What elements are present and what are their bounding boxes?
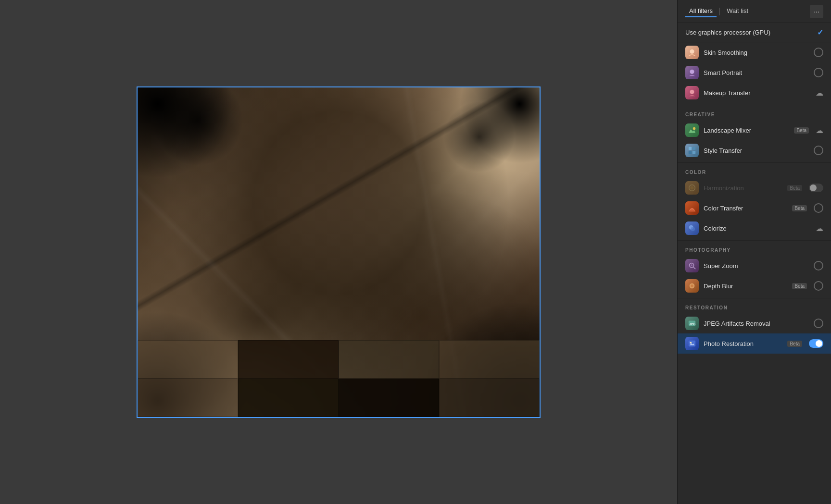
svg-rect-7	[692, 151, 695, 154]
divider-restoration	[678, 298, 831, 298]
section-header-creative: CREATIVE	[678, 107, 831, 120]
depth-blur-label: Depth Blur	[704, 283, 787, 290]
jpeg-artifacts-label: JPEG Artifacts Removal	[704, 320, 809, 327]
svg-text:JPG: JPG	[690, 322, 696, 326]
divider-creative	[678, 105, 831, 105]
color-transfer-icon	[685, 201, 699, 215]
filter-item-jpeg-artifacts[interactable]: JPG JPEG Artifacts Removal	[678, 313, 831, 333]
svg-point-14	[691, 264, 692, 266]
landscape-mixer-beta-badge: Beta	[794, 127, 809, 134]
image-frame	[137, 86, 541, 418]
gpu-checkmark: ✓	[817, 28, 823, 37]
svg-rect-19	[689, 341, 695, 347]
super-zoom-label: Super Zoom	[704, 262, 809, 270]
filter-item-color-transfer[interactable]: Color Transfer Beta	[678, 198, 831, 218]
svg-point-3	[693, 127, 695, 130]
svg-point-20	[690, 342, 692, 344]
svg-point-9	[690, 186, 693, 189]
harmonization-toggle[interactable]	[809, 184, 823, 192]
smart-portrait-label: Smart Portrait	[704, 69, 809, 76]
right-panel: All filters Wait list ··· Use graphics p…	[677, 0, 831, 504]
tab-divider	[719, 8, 720, 15]
photo-restoration-toggle[interactable]	[809, 339, 823, 348]
colorize-icon	[685, 221, 699, 235]
svg-point-0	[690, 49, 694, 54]
makeup-transfer-cloud-icon: ☁	[816, 88, 823, 98]
landscape-mixer-cloud-icon: ☁	[816, 126, 823, 135]
landscape-mixer-label: Landscape Mixer	[704, 127, 789, 134]
landscape-mixer-icon	[685, 123, 699, 137]
svg-line-13	[693, 267, 696, 270]
style-transfer-icon	[685, 144, 699, 157]
divider-photography	[678, 240, 831, 241]
filter-item-colorize[interactable]: Colorize ☁	[678, 218, 831, 238]
section-header-photography: PHOTOGRAPHY	[678, 243, 831, 256]
filter-item-smart-portrait[interactable]: Smart Portrait	[678, 62, 831, 83]
photo-restoration-label: Photo Restoration	[704, 340, 782, 347]
filter-item-super-zoom[interactable]: Super Zoom	[678, 256, 831, 276]
depth-blur-beta-badge: Beta	[792, 283, 807, 289]
photo-restoration-beta-badge: Beta	[787, 341, 802, 347]
skin-smoothing-label: Skin Smoothing	[704, 49, 809, 56]
harmonization-icon	[685, 181, 699, 195]
divider-color	[678, 162, 831, 163]
harmonization-label: Harmonization	[704, 184, 782, 192]
super-zoom-icon	[685, 259, 699, 272]
style-transfer-toggle[interactable]	[814, 146, 823, 155]
color-transfer-label: Color Transfer	[704, 205, 787, 212]
svg-rect-4	[689, 147, 692, 150]
makeup-transfer-label: Makeup Transfer	[704, 89, 811, 97]
filter-item-depth-blur[interactable]: Depth Blur Beta	[678, 276, 831, 296]
smart-portrait-toggle[interactable]	[814, 68, 823, 77]
smart-portrait-icon	[685, 66, 699, 79]
filter-item-makeup-transfer[interactable]: Makeup Transfer ☁	[678, 83, 831, 103]
jpeg-artifacts-toggle[interactable]	[814, 319, 823, 328]
section-header-color: COLOR	[678, 165, 831, 178]
filter-item-landscape-mixer[interactable]: Landscape Mixer Beta ☁	[678, 120, 831, 140]
svg-rect-6	[689, 151, 692, 154]
jpeg-artifacts-icon: JPG	[685, 317, 699, 330]
svg-point-1	[690, 70, 694, 74]
color-transfer-beta-badge: Beta	[792, 205, 807, 211]
section-header-restoration: RESTORATION	[678, 300, 831, 313]
style-transfer-label: Style Transfer	[704, 147, 809, 154]
gpu-label: Use graphics processor (GPU)	[685, 29, 817, 36]
tabs-more-button[interactable]: ···	[810, 5, 823, 18]
photo-restoration-icon	[685, 337, 699, 350]
tab-wait-list[interactable]: Wait list	[723, 5, 752, 17]
svg-point-16	[691, 284, 693, 287]
colorize-label: Colorize	[704, 225, 811, 232]
filter-item-style-transfer[interactable]: Style Transfer	[678, 140, 831, 160]
skin-smoothing-icon	[685, 46, 699, 59]
super-zoom-toggle[interactable]	[814, 261, 823, 270]
photo-display	[138, 87, 540, 417]
canvas-area	[0, 0, 677, 504]
skin-smoothing-toggle[interactable]	[814, 48, 823, 57]
color-transfer-toggle[interactable]	[814, 203, 823, 213]
tab-all-filters[interactable]: All filters	[685, 5, 717, 17]
makeup-transfer-icon	[685, 86, 699, 99]
harmonization-beta-badge: Beta	[787, 185, 802, 191]
depth-blur-toggle[interactable]	[814, 281, 823, 291]
gpu-row: Use graphics processor (GPU) ✓	[678, 23, 831, 42]
filter-item-photo-restoration[interactable]: Photo Restoration Beta	[678, 333, 831, 354]
filter-item-harmonization[interactable]: Harmonization Beta	[678, 178, 831, 198]
colorize-cloud-icon: ☁	[816, 224, 823, 233]
svg-point-11	[691, 227, 695, 231]
tabs-row: All filters Wait list ···	[678, 0, 831, 23]
depth-blur-icon	[685, 279, 699, 293]
filter-item-skin-smoothing[interactable]: Skin Smoothing	[678, 42, 831, 62]
svg-rect-5	[692, 147, 695, 150]
svg-point-2	[690, 90, 694, 94]
